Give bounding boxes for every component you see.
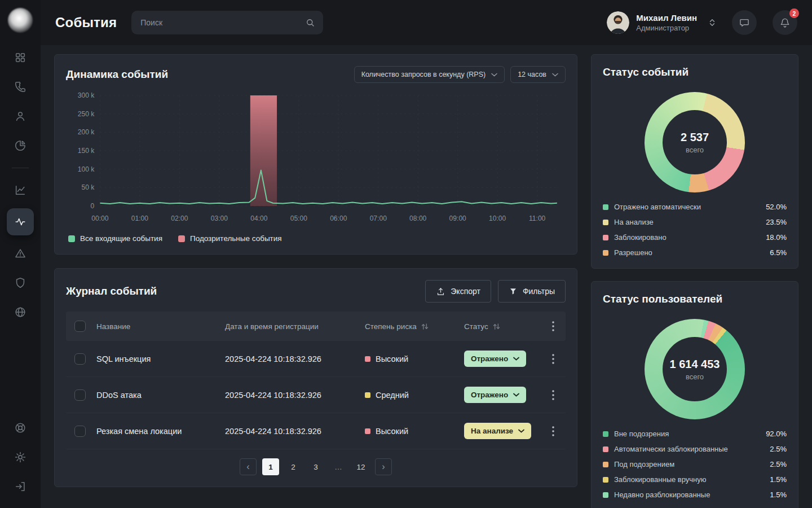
sidebar-item-events[interactable]: [7, 208, 34, 235]
filters-button[interactable]: Фильтры: [498, 280, 566, 303]
chart-controls: Количество запросов в секунду (RPS) 12 ч…: [354, 66, 566, 83]
sidebar-item-analytics[interactable]: [9, 179, 32, 202]
legend-percent: 1.5%: [770, 491, 787, 499]
sidebar-item-clients[interactable]: [9, 105, 32, 128]
pagination-page-1[interactable]: 1: [262, 458, 279, 475]
legend-swatch: [603, 462, 608, 467]
events-dynamics-panel: Динамика событий Количество запросов в с…: [54, 54, 577, 255]
row-menu-button[interactable]: [541, 377, 566, 413]
sidebar-item-incidents[interactable]: [9, 242, 32, 265]
event-name: SQL инъекция: [96, 354, 225, 364]
pagination-next[interactable]: ›: [375, 458, 392, 475]
row-checkbox[interactable]: [74, 389, 86, 401]
sidebar-item-security[interactable]: [9, 271, 32, 294]
column-header-date[interactable]: Дата и время регистрации: [225, 322, 365, 331]
alert-triangle-icon: [14, 247, 27, 260]
pagination-page-2[interactable]: 2: [285, 458, 302, 475]
svg-text:07:00: 07:00: [370, 214, 387, 222]
search-input[interactable]: [139, 17, 299, 28]
event-name: Резкая смена локации: [96, 427, 225, 436]
row-checkbox[interactable]: [74, 426, 86, 437]
svg-text:01:00: 01:00: [131, 214, 149, 222]
status-cell: Отражено: [464, 351, 541, 367]
legend-label: Недавно разблокированные: [614, 491, 710, 499]
legend-item: Под подозрением2.5%: [603, 460, 787, 468]
legend-swatch: [603, 204, 608, 210]
legend-swatch: [603, 431, 608, 437]
phone-icon: [14, 81, 27, 93]
event-name: DDoS атака: [96, 391, 225, 400]
sidebar-item-support[interactable]: [9, 417, 32, 439]
column-header-status[interactable]: Статус: [464, 322, 541, 331]
sidebar-divider: [12, 168, 29, 168]
status-select[interactable]: Отражено: [464, 351, 526, 367]
table-header: Название Дата и время регистрации Степен…: [66, 312, 566, 341]
users-total-label: всего: [686, 373, 704, 381]
shield-icon: [14, 277, 27, 289]
metric-select[interactable]: Количество запросов в секунду (RPS): [354, 66, 505, 83]
legend-item: Подозрительные события: [178, 234, 282, 243]
messages-button[interactable]: [732, 10, 757, 35]
column-header-risk[interactable]: Степень риска: [365, 322, 464, 331]
sidebar-item-network[interactable]: [9, 301, 32, 323]
pagination-prev[interactable]: ‹: [240, 458, 257, 475]
panel-title: Статус пользователей: [603, 293, 787, 305]
log-actions: Экспорт Фильтры: [425, 280, 566, 303]
legend-label: На анализе: [614, 218, 654, 226]
column-header-name[interactable]: Название: [96, 322, 225, 331]
chevron-down-icon: [552, 73, 558, 77]
legend-percent: 92.0%: [766, 430, 787, 438]
legend-label: Разрешено: [614, 248, 652, 257]
pie-chart-icon: [14, 139, 27, 152]
row-menu-button[interactable]: [541, 413, 566, 449]
globe-icon: [14, 306, 27, 318]
row-checkbox[interactable]: [74, 353, 86, 365]
company-logo[interactable]: [8, 8, 33, 33]
legend-swatch: [603, 235, 608, 240]
select-all-checkbox[interactable]: [74, 321, 86, 332]
events-status-panel: Статус событий 2 537 всего Отражено авто…: [591, 54, 798, 269]
range-select[interactable]: 12 часов: [510, 66, 566, 83]
svg-text:00:00: 00:00: [91, 214, 109, 222]
log-title: Журнал событий: [66, 285, 157, 297]
chevron-down-icon: [491, 73, 497, 77]
events-log-panel: Журнал событий Экспорт: [54, 268, 577, 487]
user-menu[interactable]: Михаил Левин Администратор: [607, 11, 716, 34]
svg-text:06:00: 06:00: [330, 214, 347, 222]
avatar: [607, 11, 629, 34]
svg-text:09:00: 09:00: [449, 214, 467, 222]
sidebar-item-settings[interactable]: [9, 446, 32, 468]
table-row: SQL инъекция2025-04-224 10:18:32.926Высо…: [66, 341, 566, 377]
activity-icon: [14, 216, 27, 228]
pagination-page-3[interactable]: 3: [307, 458, 324, 475]
legend-item: Разрешено6.5%: [603, 248, 787, 257]
risk-dot: [365, 356, 370, 362]
sidebar-item-calls[interactable]: [9, 76, 32, 98]
sidebar-item-dashboard[interactable]: [9, 46, 32, 69]
pagination-page-12[interactable]: 12: [352, 458, 369, 475]
export-button[interactable]: Экспорт: [425, 280, 491, 303]
row-menu-button[interactable]: [541, 341, 566, 376]
gear-icon: [14, 451, 27, 463]
events-total-label: всего: [686, 146, 704, 154]
legend-swatch: [603, 220, 608, 225]
sidebar-nav: [7, 46, 34, 323]
table-menu-button[interactable]: [541, 312, 566, 341]
svg-text:03:00: 03:00: [211, 214, 228, 222]
status-select[interactable]: На анализе: [464, 423, 531, 439]
search-icon: [305, 17, 315, 28]
status-select[interactable]: Отражено: [464, 387, 526, 403]
svg-text:150 k: 150 k: [78, 147, 95, 155]
users-status-panel: Статус пользователей 1 614 453 всего Вне…: [591, 281, 798, 508]
svg-text:100 k: 100 k: [78, 165, 95, 173]
legend-item: Автоматически заблокированные2.5%: [603, 445, 787, 453]
legend-swatch: [603, 477, 608, 483]
log-head: Журнал событий Экспорт: [66, 280, 566, 303]
notifications-button[interactable]: 2: [773, 10, 797, 35]
sidebar-item-logout[interactable]: [9, 475, 32, 498]
users-status-donut: 1 614 453 всего: [645, 319, 745, 419]
search-box[interactable]: [131, 11, 323, 34]
risk-dot: [365, 392, 370, 398]
legend-item: Отражено автоматически52.0%: [603, 203, 787, 211]
sidebar-item-reports[interactable]: [9, 134, 32, 157]
